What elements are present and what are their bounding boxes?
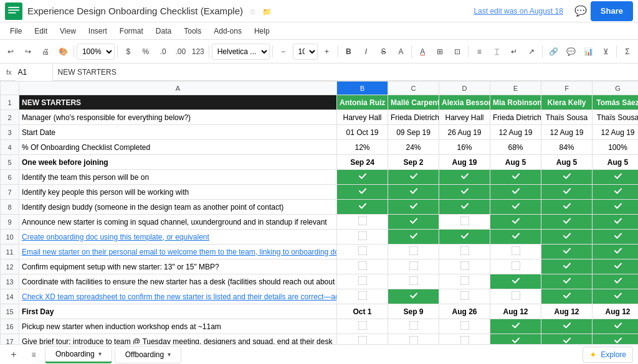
comment-insert-button[interactable]: 💬 xyxy=(563,44,579,60)
number-format-button[interactable]: 123 xyxy=(190,44,206,60)
percent-button[interactable]: % xyxy=(138,44,154,60)
cell-a-10[interactable]: Create onboarding doc using this templat… xyxy=(19,230,337,245)
cell-b-3[interactable]: 01 Oct 19 xyxy=(337,125,388,140)
wrap-button[interactable]: ↵ xyxy=(506,44,522,60)
cell-c-16[interactable] xyxy=(388,319,439,334)
cell-f-14[interactable] xyxy=(541,289,593,304)
cell-c-14[interactable] xyxy=(388,289,439,304)
cell-d-14[interactable] xyxy=(439,289,490,304)
cell-a-16[interactable]: Pickup new starter when induction worksh… xyxy=(19,319,337,334)
cell-a-15[interactable]: First Day xyxy=(19,304,337,319)
cell-f-6[interactable] xyxy=(541,170,593,185)
font-size-select[interactable]: 10 11 12 xyxy=(293,44,318,60)
cell-c-5[interactable]: Sep 2 xyxy=(388,155,439,170)
cell-f-4[interactable]: 84% xyxy=(541,140,593,155)
cell-reference[interactable] xyxy=(16,63,53,81)
formula-button[interactable]: Σ xyxy=(619,44,636,60)
font-size-increase-button[interactable]: + xyxy=(319,44,335,60)
menu-view[interactable]: View xyxy=(55,26,81,37)
cell-g-1[interactable]: Tomás Sáez xyxy=(593,95,639,110)
cell-d-17[interactable] xyxy=(439,334,490,345)
cell-b-4[interactable]: 12% xyxy=(337,140,388,155)
decimal-decrease-button[interactable]: .0 xyxy=(155,44,171,60)
italic-button[interactable]: I xyxy=(358,44,374,60)
cell-g-14[interactable] xyxy=(593,289,639,304)
comment-button[interactable]: 💬 xyxy=(571,1,591,21)
menu-format[interactable]: Format xyxy=(115,26,148,37)
cell-c-2[interactable]: Frieda Dietrich xyxy=(388,110,439,125)
cell-c-15[interactable]: Sep 9 xyxy=(388,304,439,319)
cell-c-17[interactable] xyxy=(388,334,439,345)
sheet-list-button[interactable]: ≡ xyxy=(25,346,42,363)
sheet-tab-onboarding[interactable]: Onboarding ▾ xyxy=(45,346,112,363)
col-header-f[interactable]: F xyxy=(541,82,593,95)
cell-c-8[interactable] xyxy=(388,200,439,215)
explore-button[interactable]: ✦ Explore xyxy=(583,347,633,363)
cell-a-5[interactable]: One week before joining xyxy=(19,155,337,170)
col-header-e[interactable]: E xyxy=(490,82,541,95)
cell-a-11[interactable]: Email new starter on their personal emai… xyxy=(19,245,337,259)
cell-b-14[interactable] xyxy=(337,289,388,304)
cell-e-8[interactable] xyxy=(490,200,541,215)
cell-b-15[interactable]: Oct 1 xyxy=(337,304,388,319)
cell-c-12[interactable] xyxy=(388,259,439,274)
valign-button[interactable]: ⌶ xyxy=(488,44,505,60)
cell-g-17[interactable] xyxy=(593,334,639,345)
zoom-select[interactable]: 100% 75% 50% xyxy=(77,44,115,60)
cell-f-11[interactable] xyxy=(541,245,593,259)
filter-button[interactable]: ⊻ xyxy=(598,44,614,60)
cell-g-16[interactable] xyxy=(593,319,639,334)
cell-e-4[interactable]: 68% xyxy=(490,140,541,155)
link-button[interactable]: 🔗 xyxy=(545,44,561,60)
cell-g-5[interactable]: Aug 5 xyxy=(593,155,639,170)
cell-g-7[interactable] xyxy=(593,185,639,200)
cell-g-9[interactable] xyxy=(593,215,639,230)
col-header-a[interactable]: A xyxy=(19,82,337,95)
cell-e-6[interactable] xyxy=(490,170,541,185)
align-button[interactable]: ≡ xyxy=(471,44,487,60)
cell-c-1[interactable]: Mallé Carpentier xyxy=(388,95,439,110)
cell-g-12[interactable] xyxy=(593,259,639,274)
cell-a-1[interactable]: NEW STARTERS xyxy=(19,95,337,110)
cell-d-2[interactable]: Harvey Hall xyxy=(439,110,490,125)
cell-f-15[interactable]: Aug 12 xyxy=(541,304,593,319)
last-edit[interactable]: Last edit was on August 18 xyxy=(474,7,563,16)
cell-f-2[interactable]: Thaïs Sousa xyxy=(541,110,593,125)
cell-d-10[interactable] xyxy=(439,230,490,245)
cell-d-1[interactable]: Alexia Besson xyxy=(439,95,490,110)
cell-e-2[interactable]: Frieda Dietrich xyxy=(490,110,541,125)
folder-icon[interactable]: 📁 xyxy=(262,7,272,16)
cell-f-12[interactable] xyxy=(541,259,593,274)
decimal-increase-button[interactable]: .00 xyxy=(173,44,189,60)
sheet-tab-offboarding[interactable]: Offboarding ▾ xyxy=(115,346,182,363)
cell-a-17[interactable]: Give brief tour: introduce to team @ Tue… xyxy=(19,334,337,345)
cell-e-12[interactable] xyxy=(490,259,541,274)
star-icon[interactable]: ☆ xyxy=(249,7,256,16)
font-size-decrease-button[interactable]: − xyxy=(275,44,292,60)
text-color-button[interactable]: A xyxy=(393,44,409,60)
cell-d-9[interactable] xyxy=(439,215,490,230)
cell-d-13[interactable] xyxy=(439,274,490,289)
merge-button[interactable]: ⊡ xyxy=(449,44,465,60)
share-button[interactable]: Share xyxy=(591,1,633,21)
cell-e-9[interactable] xyxy=(490,215,541,230)
cell-d-15[interactable]: Aug 26 xyxy=(439,304,490,319)
print-button[interactable]: 🖨 xyxy=(37,44,54,60)
cell-f-10[interactable] xyxy=(541,230,593,245)
cell-b-6[interactable] xyxy=(337,170,388,185)
cell-g-4[interactable]: 100% xyxy=(593,140,639,155)
cell-e-11[interactable] xyxy=(490,245,541,259)
cell-c-7[interactable] xyxy=(388,185,439,200)
cell-g-11[interactable] xyxy=(593,245,639,259)
cell-e-17[interactable] xyxy=(490,334,541,345)
undo-button[interactable]: ↩ xyxy=(2,44,19,60)
cell-a-4[interactable]: % Of Onboarding Checklist Completed xyxy=(19,140,337,155)
cell-c-4[interactable]: 24% xyxy=(388,140,439,155)
menu-tools[interactable]: Tools xyxy=(179,26,206,37)
cell-d-8[interactable] xyxy=(439,200,490,215)
cell-f-17[interactable] xyxy=(541,334,593,345)
paint-format-button[interactable]: 🎨 xyxy=(55,44,71,60)
cell-f-5[interactable]: Aug 5 xyxy=(541,155,593,170)
menu-file[interactable]: File xyxy=(5,26,27,37)
currency-button[interactable]: $ xyxy=(120,44,136,60)
